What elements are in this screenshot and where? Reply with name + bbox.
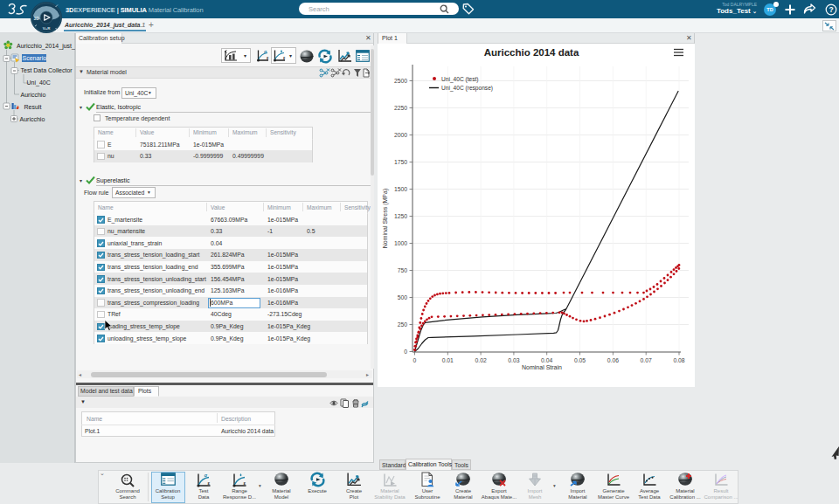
svg-text:750: 750: [398, 267, 408, 273]
svg-text:0.01: 0.01: [442, 357, 454, 363]
svg-text:0.02: 0.02: [475, 357, 486, 363]
svg-text:ε: ε: [208, 480, 211, 486]
svg-text:Nominal Strain: Nominal Strain: [522, 364, 562, 370]
svg-text:2250: 2250: [394, 105, 407, 111]
svg-text:0.04: 0.04: [541, 357, 552, 363]
svg-text:3D: 3D: [34, 17, 40, 21]
svg-text:250: 250: [398, 321, 408, 328]
svg-text:0.05: 0.05: [574, 357, 586, 363]
svg-text:Nominal Stress (MPa): Nominal Stress (MPa): [382, 189, 389, 248]
svg-text:Auricchio 2014 data: Auricchio 2014 data: [484, 47, 579, 58]
svg-text:0.08: 0.08: [673, 357, 684, 363]
svg-text:500: 500: [398, 294, 408, 300]
svg-text:ε: ε: [283, 55, 286, 60]
svg-text:?: ?: [829, 4, 833, 13]
svg-text:2500: 2500: [394, 78, 407, 84]
svg-text:1250: 1250: [394, 213, 407, 219]
svg-text:Uni_40C (test): Uni_40C (test): [441, 76, 479, 83]
svg-text:Uni_40C (response): Uni_40C (response): [441, 85, 493, 92]
svg-text:σ: σ: [205, 473, 208, 478]
svg-text:0.07: 0.07: [641, 357, 652, 363]
svg-text:0.03: 0.03: [508, 357, 519, 363]
svg-text:ε: ε: [244, 480, 246, 486]
svg-text:0: 0: [404, 349, 407, 355]
svg-text:1750: 1750: [394, 159, 407, 165]
svg-text:0.06: 0.06: [607, 357, 619, 363]
svg-text:σ: σ: [264, 49, 267, 54]
svg-text:1500: 1500: [394, 186, 407, 192]
svg-text:ε: ε: [267, 55, 269, 60]
svg-text:2000: 2000: [394, 132, 407, 138]
svg-text:V+R: V+R: [43, 26, 51, 31]
svg-text:0: 0: [413, 357, 417, 363]
svg-text:1000: 1000: [394, 240, 407, 246]
